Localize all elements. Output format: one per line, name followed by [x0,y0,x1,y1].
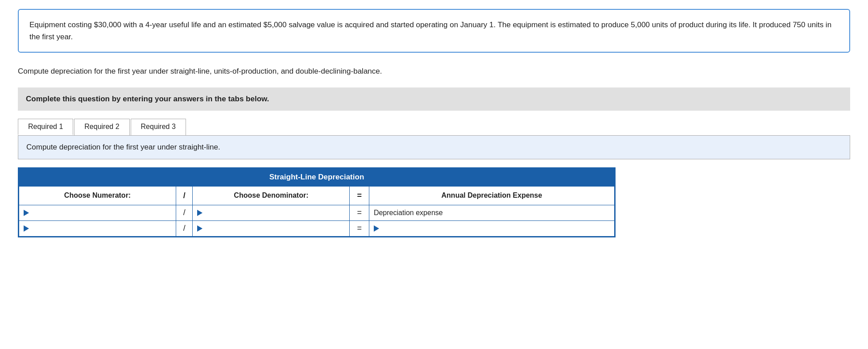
row2-numerator-triangle [24,225,29,232]
row1-slash: / [176,205,193,220]
row1-numerator-input[interactable] [31,208,171,218]
header-slash: / [176,186,193,205]
header-result: Annual Depreciation Expense [369,186,614,205]
row2-result-triangle [374,225,379,232]
instruction-bar: Complete this question by entering your … [18,87,850,111]
row1-denominator-triangle [197,210,203,216]
table-title: Straight-Line Depreciation [19,168,615,186]
problem-text: Equipment costing $30,000 with a 4-year … [29,21,831,41]
row1-numerator-triangle [24,210,29,216]
header-numerator: Choose Numerator: [19,186,176,205]
row2-numerator-cell[interactable] [19,220,176,236]
row1-denominator-input[interactable] [204,208,345,218]
row2-slash: / [176,220,193,236]
tab-content-area: Compute depreciation for the first year … [18,136,850,159]
row2-result-cell[interactable] [369,220,614,236]
tab-required-1[interactable]: Required 1 [18,119,73,135]
straight-line-table: Choose Numerator: / Choose Denominator: … [19,186,615,237]
header-denominator: Choose Denominator: [193,186,350,205]
depreciation-table: Straight-Line Depreciation Choose Numera… [18,167,616,237]
row1-equals: = [350,205,369,220]
question-text: Compute depreciation for the first year … [18,65,850,77]
table-row: / = Depreciation expense [19,205,615,220]
row1-result-cell: Depreciation expense [369,205,614,220]
row2-denominator-cell[interactable] [193,220,350,236]
problem-box: Equipment costing $30,000 with a 4-year … [18,9,850,53]
row2-denominator-input[interactable] [204,224,345,233]
header-equals: = [350,186,369,205]
tab-required-3[interactable]: Required 3 [131,119,186,135]
tabs-container: Required 1 Required 2 Required 3 [18,119,850,136]
table-row: / = [19,220,615,236]
row1-result-text: Depreciation expense [374,209,443,216]
row1-denominator-cell[interactable] [193,205,350,220]
row1-numerator-cell[interactable] [19,205,176,220]
row2-result-input[interactable] [381,224,610,233]
tab-required-2[interactable]: Required 2 [74,119,129,135]
row2-denominator-triangle [197,225,203,232]
row2-equals: = [350,220,369,236]
row2-numerator-input[interactable] [31,224,171,233]
